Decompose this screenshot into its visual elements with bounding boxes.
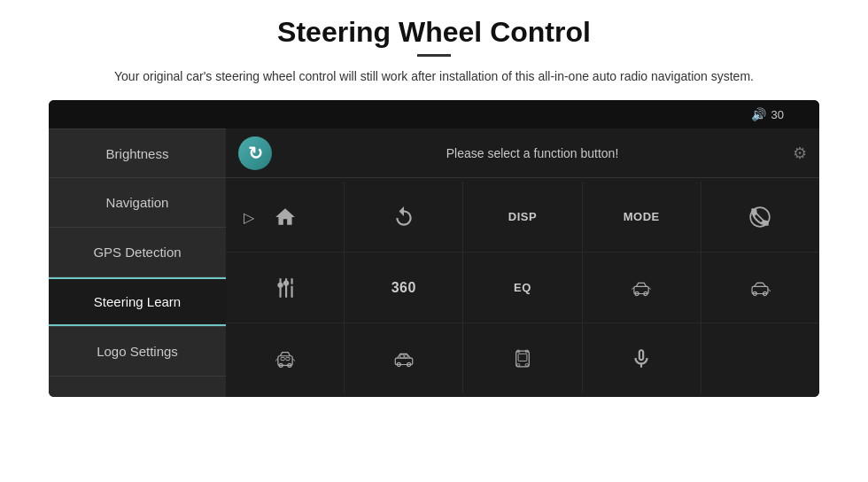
back-icon [392, 206, 415, 229]
function-prompt-text: Please select a function button! [284, 146, 780, 160]
grid-cell-tune[interactable] [226, 253, 345, 323]
car-view-2-icon [748, 276, 771, 299]
svg-rect-5 [752, 286, 768, 293]
page-wrapper: Steering Wheel Control Your original car… [0, 0, 868, 482]
grid-cell-no-phone[interactable] [701, 182, 819, 252]
grid-cell-eq[interactable]: EQ [463, 253, 582, 323]
svg-rect-19 [518, 354, 527, 361]
sidebar-item-navigation[interactable]: Navigation [49, 178, 226, 228]
car-side-icon [392, 347, 415, 370]
sidebar-item-gps-detection[interactable]: GPS Detection [49, 228, 226, 277]
svg-rect-23 [525, 363, 528, 365]
grid-cell-back[interactable] [345, 182, 463, 252]
sidebar-label-steering: Steering Learn [94, 294, 181, 309]
title-divider [417, 54, 451, 57]
sidebar-item-steering-learn[interactable]: Steering Learn [49, 277, 226, 327]
grid-cell-car-1[interactable] [583, 253, 701, 323]
grid-cell-car-top[interactable] [463, 323, 582, 393]
page-title: Steering Wheel Control [277, 16, 591, 49]
volume-icon: 🔊 [751, 107, 766, 121]
sidebar-label-brightness: Brightness [106, 146, 169, 161]
car-front-icon [274, 347, 297, 370]
right-panel-header: ↻ Please select a function button! ⚙ [226, 128, 819, 178]
sidebar-label-logo: Logo Settings [97, 344, 178, 359]
grid-row-1: ▷ DISP [226, 182, 819, 253]
settings-icon: ⚙ [793, 144, 807, 163]
disp-label: DISP [508, 210, 537, 223]
sidebar-label-navigation: Navigation [106, 195, 169, 210]
grid-cell-mode[interactable]: MODE [583, 182, 701, 252]
refresh-icon: ↻ [248, 143, 263, 164]
tune-icon [274, 276, 297, 299]
refresh-button[interactable]: ↻ [238, 136, 272, 170]
subtitle: Your original car's steering wheel contr… [114, 67, 754, 86]
microphone-icon [630, 347, 653, 370]
grid-row-3 [226, 323, 819, 393]
car-view-1-icon [630, 276, 653, 299]
grid-cell-360[interactable]: 360 [345, 253, 463, 323]
volume-value: 30 [771, 108, 784, 121]
sidebar-item-brightness[interactable]: Brightness [49, 128, 226, 178]
right-panel: ↻ Please select a function button! ⚙ ▷ [226, 128, 819, 397]
grid-cell-mic[interactable] [583, 323, 701, 393]
grid-area: ▷ DISP [226, 178, 819, 397]
grid-cell-car-2[interactable] [701, 253, 819, 323]
cursor-indicator: ▷ [244, 208, 254, 225]
sidebar-label-gps: GPS Detection [93, 245, 181, 260]
svg-rect-11 [281, 357, 284, 360]
home-icon [274, 206, 297, 229]
grid-cell-car-side[interactable] [345, 323, 463, 393]
car-ui-panel: 🔊 30 Brightness Navigation GPS Detection… [49, 100, 819, 397]
eq-label: EQ [514, 281, 531, 294]
svg-rect-12 [285, 357, 289, 360]
sidebar-item-logo-settings[interactable]: Logo Settings [49, 327, 226, 377]
top-bar: 🔊 30 [49, 100, 819, 128]
grid-cell-disp[interactable]: DISP [463, 182, 582, 252]
360-label: 360 [391, 280, 416, 296]
grid-cell-home[interactable]: ▷ [226, 182, 345, 252]
car-top-icon [511, 347, 534, 370]
grid-cell-empty [701, 323, 819, 393]
main-content: Brightness Navigation GPS Detection Stee… [49, 128, 819, 397]
sidebar: Brightness Navigation GPS Detection Stee… [49, 128, 226, 397]
svg-rect-22 [517, 363, 520, 365]
volume-area: 🔊 30 [751, 107, 784, 121]
grid-cell-car-front[interactable] [226, 323, 345, 393]
mode-label: MODE [624, 210, 660, 223]
grid-row-2: 360 EQ [226, 253, 819, 323]
no-phone-icon [748, 206, 771, 229]
